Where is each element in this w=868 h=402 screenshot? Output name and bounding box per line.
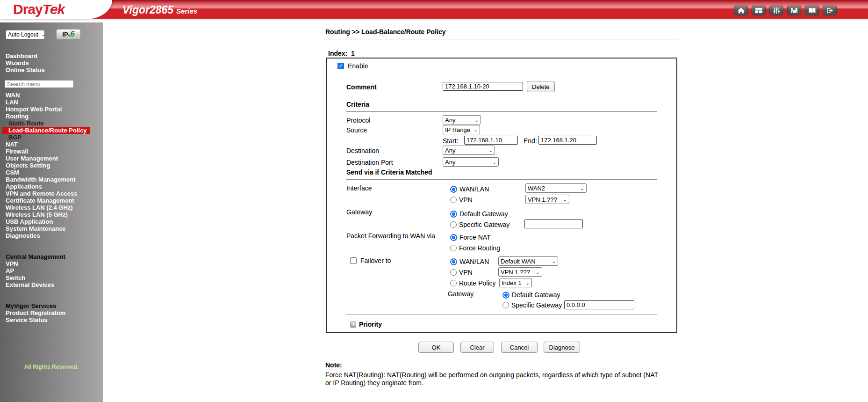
sliders-icon xyxy=(773,7,781,14)
model-name: Vigor2865 xyxy=(122,4,173,16)
default-gateway-radio[interactable]: Default Gateway xyxy=(450,210,508,218)
failover-wanlan-radio[interactable]: WAN/LAN xyxy=(450,258,489,265)
sidebar-item-load-balance-route-policy[interactable]: Load-Balance/Route Policy xyxy=(2,127,90,134)
sidebar-item-wireless-lan-2-4-ghz[interactable]: Wireless LAN (2.4 GHz) xyxy=(0,204,103,211)
sidebar-section: MyVigor ServicesProduct RegistrationServ… xyxy=(0,302,103,323)
force-nat-radio[interactable]: Force NAT xyxy=(450,234,491,241)
sidebar-item-nat[interactable]: NAT xyxy=(0,141,103,148)
clear-button[interactable]: Clear xyxy=(460,342,494,353)
layout-icon xyxy=(755,7,763,14)
sidebar-item-online-status[interactable]: Online Status xyxy=(0,66,103,73)
sidebar-item-dashboard[interactable]: Dashboard xyxy=(0,52,103,59)
page: DrayTek Vigor2865Series Auto Logout⌄ IPv… xyxy=(0,0,868,402)
criteria-header: Criteria xyxy=(346,101,369,108)
expand-plus-icon[interactable] xyxy=(350,322,356,328)
route-policy-select[interactable]: Index 1⌄ xyxy=(499,278,532,287)
sidebar-item-bandwidth-management[interactable]: Bandwidth Management xyxy=(0,176,103,183)
failover-default-gateway-radio[interactable]: Default Gateway xyxy=(502,291,560,299)
failover-wan-select[interactable]: Default WAN⌄ xyxy=(498,256,558,266)
auto-logout-select[interactable]: Auto Logout⌄ xyxy=(6,30,45,39)
sidebar-item-external-devices[interactable]: External Devices xyxy=(0,281,103,288)
route-policy-radio[interactable]: Route Policy xyxy=(450,279,496,287)
sidebar-item-ap[interactable]: AP xyxy=(0,267,103,274)
sidebar-item-hotspot-web-portal[interactable]: Hotspot Web Portal xyxy=(0,106,103,113)
protocol-select[interactable]: Any⌄ xyxy=(443,115,481,124)
chevron-down-icon: ⌄ xyxy=(536,270,540,275)
interface-vpn-select[interactable]: VPN 1.???⌄ xyxy=(525,195,569,204)
failover-checkbox[interactable] xyxy=(350,257,357,264)
ok-button[interactable]: OK xyxy=(418,342,454,353)
sidebar-item-certificate-management[interactable]: Certificate Management xyxy=(0,197,103,204)
specific-gateway-input[interactable] xyxy=(524,219,583,228)
default-gateway-label: Default Gateway xyxy=(459,210,508,218)
enable-checkbox[interactable] xyxy=(337,63,344,69)
source-start-label: Start: xyxy=(443,137,458,145)
source-select[interactable]: IP Range⌄ xyxy=(443,125,480,134)
sidebar-menu: WANLANHotspot Web PortalRoutingStatic Ro… xyxy=(0,92,103,239)
source-start-input[interactable] xyxy=(464,136,518,145)
radio-unselected-icon xyxy=(450,269,457,276)
failover-specific-gateway-input[interactable] xyxy=(564,300,634,309)
sidebar-item-bgp[interactable]: BGP xyxy=(0,134,103,141)
sidebar-item-user-management[interactable]: User Management xyxy=(0,155,103,162)
cancel-button[interactable]: Cancel xyxy=(501,342,538,353)
sidebar-item-system-maintenance[interactable]: System Maintenance xyxy=(0,225,103,232)
sidebar-item-wizards[interactable]: Wizards xyxy=(0,59,103,66)
interface-wanlan-radio[interactable]: WAN/LAN xyxy=(450,185,489,193)
layout-button[interactable] xyxy=(752,6,766,15)
sidebar-item-firewall[interactable]: Firewall xyxy=(0,148,103,155)
failover-checkbox-row[interactable]: Failover to xyxy=(350,257,391,264)
source-end-label: End: xyxy=(524,137,537,145)
sidebar-item-service-status[interactable]: Service Status xyxy=(0,316,103,323)
breadcrumb-divider xyxy=(325,39,677,39)
sidebar-item-lan[interactable]: LAN xyxy=(0,99,103,106)
failover-vpn-radio[interactable]: VPN xyxy=(450,269,473,276)
brand-tek: Tek xyxy=(43,1,65,17)
delete-button[interactable]: Delete xyxy=(527,81,555,92)
source-end-input[interactable] xyxy=(538,136,597,145)
force-routing-radio[interactable]: Force Routing xyxy=(450,244,500,252)
destination-port-select[interactable]: Any⌄ xyxy=(443,157,499,167)
specific-gateway-label: Specific Gateway xyxy=(459,221,509,228)
sidebar-nav: DashboardWizardsOnline Status WANLANHots… xyxy=(0,52,103,323)
priority-row[interactable]: Priority xyxy=(350,321,382,328)
sidebar-item-wan[interactable]: WAN xyxy=(0,92,103,99)
destination-select[interactable]: Any⌄ xyxy=(443,146,495,155)
specific-gateway-radio[interactable]: Specific Gateway xyxy=(450,221,509,228)
failover-specific-gateway-radio[interactable]: Specific Gateway xyxy=(502,301,562,309)
sidebar-item-usb-application[interactable]: USB Application xyxy=(0,218,103,225)
sidebar-item-product-registration[interactable]: Product Registration xyxy=(0,309,103,316)
interface-vpn-radio[interactable]: VPN xyxy=(450,196,473,204)
sidebar-item-vpn[interactable]: VPN xyxy=(0,260,103,267)
model-series: Series xyxy=(176,7,197,15)
sidebar-item-routing[interactable]: Routing xyxy=(0,113,103,120)
sidebar-item-diagnostics[interactable]: Diagnostics xyxy=(0,232,103,239)
sidebar-item-switch[interactable]: Switch xyxy=(0,274,103,281)
failover-label: Failover to xyxy=(360,257,391,264)
index-text: Index: xyxy=(328,50,347,57)
diagnose-button[interactable]: Diagnose xyxy=(544,342,580,353)
brand-dray: Dray xyxy=(13,1,43,17)
chevron-down-icon: ⌄ xyxy=(474,127,478,132)
settings-button[interactable] xyxy=(769,6,783,15)
ipv6-button[interactable]: IPv6 xyxy=(56,29,81,40)
sidebar-item-vpn-and-remote-access[interactable]: VPN and Remote Access xyxy=(0,190,103,197)
manual-button[interactable] xyxy=(805,6,819,15)
source-value: IP Range xyxy=(445,126,470,133)
save-button[interactable] xyxy=(787,6,801,15)
source-label: Source xyxy=(346,126,367,134)
interface-wan-select[interactable]: WAN2⌄ xyxy=(525,183,587,193)
model-title: Vigor2865Series xyxy=(122,4,197,16)
failover-vpn-select[interactable]: VPN 1.???⌄ xyxy=(498,267,542,277)
sidebar-item-objects-setting[interactable]: Objects Setting xyxy=(0,162,103,169)
logout-button[interactable] xyxy=(823,6,837,15)
sidebar-item-csm[interactable]: CSM xyxy=(0,169,103,176)
sidebar-item-wireless-lan-5-ghz[interactable]: Wireless LAN (5 GHz) xyxy=(0,211,103,218)
comment-input[interactable] xyxy=(443,82,523,91)
radio-selected-icon xyxy=(450,186,457,193)
sidebar-divider xyxy=(5,77,91,77)
sidebar-item-applications[interactable]: Applications xyxy=(0,183,103,190)
sidebar-item-static-route[interactable]: Static Route xyxy=(0,120,103,127)
search-input[interactable] xyxy=(5,80,74,88)
home-button[interactable] xyxy=(734,6,748,15)
